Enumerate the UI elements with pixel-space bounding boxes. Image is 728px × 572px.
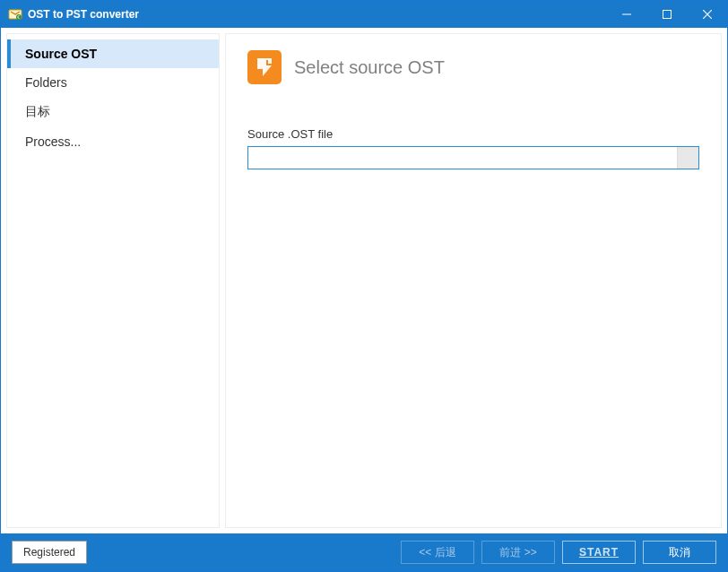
sidebar-item-source-ost[interactable]: Source OST xyxy=(7,39,219,68)
content-panel: Select source OST Source .OST file xyxy=(225,33,722,528)
forward-button[interactable]: 前进 >> xyxy=(481,541,555,564)
close-button[interactable] xyxy=(687,1,727,28)
source-file-label: Source .OST file xyxy=(247,127,699,141)
window-title: OST to PST converter xyxy=(28,8,139,21)
minimize-button[interactable] xyxy=(606,1,646,28)
maximize-button[interactable] xyxy=(646,1,687,28)
sidebar-item-label: 目标 xyxy=(25,104,50,118)
sidebar-item-label: Folders xyxy=(25,75,67,90)
page-title: Select source OST xyxy=(294,57,445,78)
registered-button[interactable]: Registered xyxy=(12,541,87,564)
sidebar-item-target[interactable]: 目标 xyxy=(7,97,219,127)
sidebar-item-label: Source OST xyxy=(25,47,97,61)
content-header: Select source OST xyxy=(247,50,699,84)
footer: Registered << 后退 前进 >> START 取消 xyxy=(1,533,727,571)
titlebar: OST to PST converter xyxy=(1,1,727,28)
sidebar-item-folders[interactable]: Folders xyxy=(7,68,219,97)
sidebar: Source OST Folders 目标 Process... xyxy=(6,33,220,528)
sidebar-item-label: Process... xyxy=(25,134,81,149)
main-area: Source OST Folders 目标 Process... Select … xyxy=(1,28,727,533)
app-icon-small xyxy=(8,7,22,22)
sidebar-item-process[interactable]: Process... xyxy=(7,127,219,156)
cancel-button[interactable]: 取消 xyxy=(643,541,716,564)
svg-rect-3 xyxy=(663,11,671,19)
source-file-input[interactable] xyxy=(248,147,677,169)
source-file-row xyxy=(247,146,699,169)
exchange-icon xyxy=(247,50,282,84)
back-button[interactable]: << 后退 xyxy=(401,541,474,564)
browse-button[interactable] xyxy=(677,147,698,169)
start-button[interactable]: START xyxy=(562,541,636,564)
